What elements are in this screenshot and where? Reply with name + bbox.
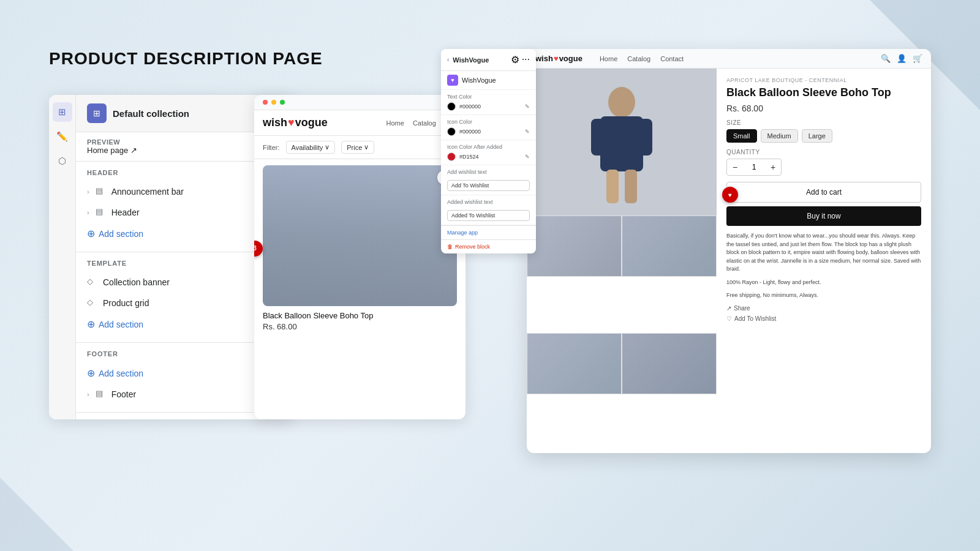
share-label[interactable]: Share — [734, 305, 750, 312]
settings-gear-icon[interactable]: ⚙ — [511, 54, 519, 66]
quantity-increase[interactable]: + — [765, 159, 781, 175]
size-label: Size — [726, 119, 921, 126]
size-small[interactable]: Small — [726, 129, 757, 143]
text-color-swatch[interactable] — [447, 102, 456, 111]
header-icon: ▤ — [96, 207, 107, 218]
wishlist-settings-panel: ‹ WishVogue ⚙ ··· ♥ WishVogue Text Color… — [441, 49, 536, 253]
product-photo — [263, 165, 457, 306]
nav-icon-sections[interactable]: ⊞ — [53, 102, 72, 122]
product-thumbnails — [527, 216, 717, 451]
icon-color-row: #000000 ✎ — [447, 127, 530, 136]
right-nav-home[interactable]: Home — [600, 55, 617, 62]
nav-home[interactable]: Home — [386, 119, 404, 127]
nav-catalog[interactable]: Catalog — [413, 119, 436, 127]
right-store-logo: wish♥vogue — [535, 54, 582, 63]
icon-color-value: #000000 — [459, 129, 481, 135]
icon-color-added-label: Icon Color After Added — [447, 144, 530, 150]
added-wishlist-text-label: Added wishlist text — [447, 199, 530, 205]
quantity-label: Quantity — [726, 149, 921, 156]
product-images-section — [527, 69, 717, 451]
nav-icon-theme[interactable]: ✏️ — [53, 127, 72, 146]
product-image: ♡ — [263, 165, 457, 306]
availability-filter[interactable]: Availability ∨ — [286, 141, 336, 154]
product-details-section: APRICOT LAKE BOUTIQUE - CENTENNIAL Black… — [717, 69, 931, 451]
svg-marker-1 — [0, 478, 74, 551]
svg-rect-4 — [591, 119, 605, 156]
store-badge: APRICOT LAKE BOUTIQUE - CENTENNIAL — [726, 77, 921, 83]
add-wishlist-text-input[interactable] — [447, 180, 530, 191]
quantity-decrease[interactable]: − — [727, 159, 743, 175]
product-grid-icon: ◇ — [87, 298, 98, 309]
wishvogue-plugin-item[interactable]: ♥ WishVogue — [441, 71, 536, 90]
product-card: 3 ♡ Black Balloon Sleeve Boho Top Rs. 68… — [254, 159, 466, 337]
manage-app-link[interactable]: Manage app — [441, 225, 536, 239]
external-link-icon: ↗ — [130, 146, 137, 155]
preview-link[interactable]: Home page ↗ — [87, 146, 137, 155]
price-filter[interactable]: Price ∨ — [341, 141, 374, 154]
announcement-bar-label: Announcement bar — [111, 187, 184, 197]
settings-more-icon[interactable]: ··· — [522, 54, 530, 66]
back-button[interactable]: ‹ — [447, 56, 449, 63]
text-color-value: #000000 — [459, 103, 481, 110]
sidebar-nav: ⊞ ✏️ ⬡ — [49, 95, 76, 419]
right-nav-catalog[interactable]: Catalog — [627, 55, 650, 62]
wishlist-count-badge: 3 — [254, 241, 263, 257]
text-color-label: Text Color — [447, 94, 530, 100]
added-wishlist-text-input[interactable] — [447, 210, 530, 221]
add-circle-icon-3: ⊕ — [87, 367, 95, 379]
icon-color-edit-icon[interactable]: ✎ — [525, 129, 530, 135]
icon-color-added-edit-icon[interactable]: ✎ — [525, 154, 530, 160]
settings-icons: ⚙ ··· — [511, 54, 530, 66]
chevron-down-icon-2: ∨ — [364, 143, 369, 151]
thumb-3[interactable] — [527, 333, 622, 394]
remove-block-label: Remove block — [455, 244, 490, 250]
add-to-cart-button[interactable]: Add to cart — [726, 182, 921, 203]
size-large[interactable]: Large — [802, 129, 832, 143]
svg-rect-3 — [600, 116, 643, 171]
add-circle-icon-2: ⊕ — [87, 318, 95, 330]
heart-logo-icon: ♥ — [288, 116, 295, 129]
template-add-section-label: Add section — [99, 320, 143, 329]
main-image-bg — [527, 69, 717, 216]
main-product-image — [527, 69, 717, 216]
product-detail-price: Rs. 68.00 — [726, 103, 921, 113]
icon-color-added-setting: Icon Color After Added #D1524 ✎ — [441, 140, 536, 165]
panel-title: Default collection — [113, 108, 189, 119]
cart-icon[interactable]: 🛒 — [913, 54, 922, 63]
preview-page-name: Home page — [87, 146, 128, 155]
close-dot — [263, 100, 268, 105]
footer-icon: ▤ — [96, 389, 107, 400]
settings-header: ‹ WishVogue ⚙ ··· — [441, 49, 536, 71]
product-name: Black Balloon Sleeve Boho Top — [263, 311, 457, 320]
collection-banner-label: Collection banner — [103, 277, 170, 287]
product-price: Rs. 68.00 — [263, 322, 457, 331]
thumb-1[interactable] — [527, 216, 622, 277]
right-wishlist-badge: ♥ — [722, 187, 738, 203]
filter-bar: Filter: Availability ∨ Price ∨ — [254, 136, 466, 159]
size-medium[interactable]: Medium — [761, 129, 798, 143]
expand-dot — [280, 100, 285, 105]
chevron-icon: › — [87, 209, 89, 216]
icon-color-label: Icon Color — [447, 119, 530, 125]
footer-add-section-label: Add section — [99, 369, 143, 378]
filter-label: Filter: — [263, 144, 280, 151]
add-to-wishlist-label[interactable]: Add To Wishlist — [734, 315, 776, 322]
header-label: Header — [111, 208, 140, 217]
right-panel-icons: 🔍 👤 🛒 — [881, 54, 922, 63]
thumb-4[interactable] — [622, 333, 717, 394]
nav-icon-apps[interactable]: ⬡ — [53, 151, 72, 171]
right-nav-contact[interactable]: Contact — [660, 55, 684, 62]
chevron-icon: › — [87, 188, 89, 195]
color-edit-icon[interactable]: ✎ — [525, 103, 530, 110]
size-options: Small Medium Large — [726, 129, 921, 143]
icon-color-added-swatch[interactable] — [447, 152, 456, 161]
collection-preview-panel: wish♥vogue Home Catalog Con Filter: Avai… — [254, 95, 466, 419]
material-info: 100% Rayon - Light, flowy and perfect. — [726, 279, 921, 287]
product-detail-panel: wish♥vogue Home Catalog Contact 🔍 👤 🛒 ♥ — [527, 49, 931, 453]
buy-now-button[interactable]: Buy it now — [726, 206, 921, 226]
thumb-2[interactable] — [622, 216, 717, 277]
icon-color-swatch[interactable] — [447, 127, 456, 136]
search-icon[interactable]: 🔍 — [881, 54, 891, 63]
account-icon[interactable]: 👤 — [897, 54, 907, 63]
remove-block-button[interactable]: 🗑 Remove block — [441, 239, 536, 253]
